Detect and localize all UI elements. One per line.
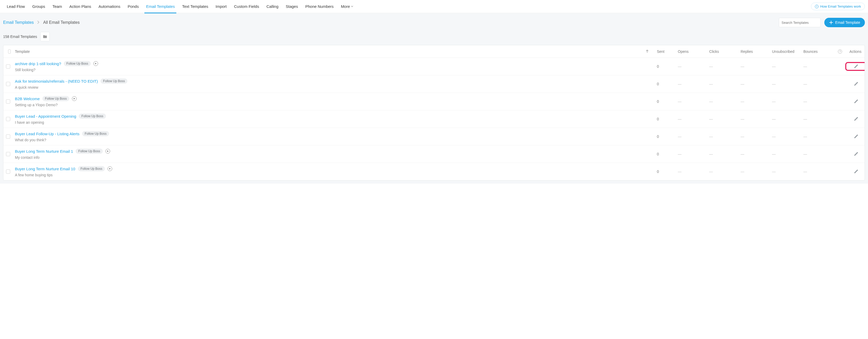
templates-table: Template Sent Opens Clicks Replies Unsub… xyxy=(3,45,865,181)
nav-item-label: Ponds xyxy=(128,4,139,9)
col-clicks[interactable]: Clicks xyxy=(709,50,719,54)
nav-item-label: Phone Numbers xyxy=(305,4,334,9)
col-sent[interactable]: Sent xyxy=(657,50,664,54)
template-link[interactable]: Buyer Long Term Nurture Email 10 xyxy=(15,166,75,171)
cell-opens: — xyxy=(676,117,707,121)
template-subtitle: What do you think? xyxy=(15,138,653,142)
cell-bounces: — xyxy=(801,134,833,138)
nav-item-automations[interactable]: Automations xyxy=(95,0,124,13)
search-box[interactable] xyxy=(779,18,820,27)
cell-clicks: — xyxy=(707,152,739,156)
edit-button[interactable] xyxy=(847,117,865,121)
col-bounces[interactable]: Bounces xyxy=(803,50,817,54)
sort-asc-icon[interactable] xyxy=(646,50,649,54)
template-subtitle: My contact info xyxy=(15,155,653,160)
row-checkbox[interactable] xyxy=(6,117,10,121)
table-row: Buyer Lead - Appointment OpeningFollow U… xyxy=(3,111,865,128)
edit-button[interactable] xyxy=(847,99,865,104)
template-link[interactable]: archive drip 1-still looking? xyxy=(15,61,61,66)
help-column-icon[interactable]: ? xyxy=(838,50,842,54)
info-icon: i xyxy=(815,5,818,8)
add-email-template-button[interactable]: Email Template xyxy=(824,18,865,27)
cell-opens: — xyxy=(676,64,707,68)
breadcrumb-row: Email Templates All Email Templates Emai… xyxy=(3,18,865,27)
nav-item-ponds[interactable]: Ponds xyxy=(124,0,143,13)
help-button-label: How Email Templates work xyxy=(820,4,861,8)
nav-item-team[interactable]: Team xyxy=(49,0,66,13)
nav-item-custom-fields[interactable]: Custom Fields xyxy=(230,0,263,13)
cell-opens: — xyxy=(676,99,707,103)
template-link[interactable]: Ask for testimonials/referrals - (NEED T… xyxy=(15,79,98,84)
cell-sent: 0 xyxy=(655,82,676,86)
template-subtitle: Setting up a Ylopo Demo? xyxy=(15,103,653,107)
nav-item-label: Lead Flow xyxy=(7,4,25,9)
cell-opens: — xyxy=(676,82,707,86)
cell-replies: — xyxy=(739,64,770,68)
edit-button[interactable] xyxy=(847,64,865,69)
col-unsubscribed[interactable]: Unsubscribed xyxy=(772,50,795,54)
edit-button[interactable] xyxy=(847,152,865,156)
play-icon[interactable] xyxy=(107,166,112,171)
play-icon[interactable] xyxy=(93,61,98,66)
edit-button[interactable] xyxy=(847,169,865,174)
nav-item-import[interactable]: Import xyxy=(212,0,230,13)
breadcrumb-root[interactable]: Email Templates xyxy=(3,20,34,25)
nav-item-lead-flow[interactable]: Lead Flow xyxy=(3,0,29,13)
template-subtitle: I have an opening xyxy=(15,120,653,124)
top-nav: Lead FlowGroupsTeamAction PlansAutomatio… xyxy=(0,0,868,13)
table-header: Template Sent Opens Clicks Replies Unsub… xyxy=(3,45,865,58)
template-cell: Ask for testimonials/referrals - (NEED T… xyxy=(13,78,655,90)
edit-button[interactable] xyxy=(847,82,865,86)
nav-item-more[interactable]: More xyxy=(337,0,356,13)
cell-sent: 0 xyxy=(655,134,676,138)
nav-item-groups[interactable]: Groups xyxy=(29,0,49,13)
row-checkbox[interactable] xyxy=(6,134,10,138)
row-checkbox[interactable] xyxy=(6,152,10,156)
cell-sent: 0 xyxy=(655,99,676,103)
template-link[interactable]: Buyer Long Term Nurture Email 1 xyxy=(15,149,73,154)
table-row: Buyer Long Term Nurture Email 10Follow U… xyxy=(3,163,865,180)
template-link[interactable]: Buyer Lead - Appointment Opening xyxy=(15,114,76,119)
cell-bounces: — xyxy=(801,82,833,86)
plus-icon xyxy=(829,21,833,25)
folder-button[interactable] xyxy=(40,32,50,41)
edit-button[interactable] xyxy=(847,134,865,139)
cell-replies: — xyxy=(739,117,770,121)
nav-item-email-templates[interactable]: Email Templates xyxy=(142,0,178,13)
nav-item-action-plans[interactable]: Action Plans xyxy=(66,0,95,13)
template-cell: archive drip 1-still looking?Follow Up B… xyxy=(13,60,655,72)
template-link[interactable]: Buyer Lead Follow-Up - Listing Alerts xyxy=(15,131,80,136)
nav-item-stages[interactable]: Stages xyxy=(282,0,302,13)
cell-bounces: — xyxy=(801,64,833,68)
col-opens[interactable]: Opens xyxy=(678,50,688,54)
template-link[interactable]: B2B Welcome xyxy=(15,96,40,101)
row-checkbox[interactable] xyxy=(6,170,10,174)
col-template[interactable]: Template xyxy=(15,50,30,54)
row-checkbox[interactable] xyxy=(6,64,10,68)
cell-clicks: — xyxy=(707,99,739,103)
cell-bounces: — xyxy=(801,170,833,174)
cell-unsub: — xyxy=(770,134,801,138)
row-checkbox[interactable] xyxy=(6,99,10,103)
play-icon[interactable] xyxy=(72,96,76,101)
template-tag: Follow Up Boss xyxy=(100,79,127,84)
nav-item-label: Calling xyxy=(266,4,278,9)
nav-item-label: Team xyxy=(52,4,62,9)
cell-clicks: — xyxy=(707,64,739,68)
search-input[interactable] xyxy=(782,21,826,25)
how-templates-work-button[interactable]: iHow Email Templates work xyxy=(811,3,865,10)
cell-sent: 0 xyxy=(655,170,676,174)
cell-unsub: — xyxy=(770,117,801,121)
select-all-checkbox[interactable] xyxy=(8,50,11,54)
cell-opens: — xyxy=(676,134,707,138)
play-icon[interactable] xyxy=(105,149,110,154)
cell-opens: — xyxy=(676,152,707,156)
count-row: 158 Email Templates xyxy=(3,32,865,41)
row-checkbox[interactable] xyxy=(6,82,10,86)
nav-item-label: Text Templates xyxy=(182,4,208,9)
nav-item-phone-numbers[interactable]: Phone Numbers xyxy=(302,0,337,13)
template-tag: Follow Up Boss xyxy=(64,61,91,66)
col-replies[interactable]: Replies xyxy=(741,50,753,54)
nav-item-calling[interactable]: Calling xyxy=(262,0,282,13)
nav-item-text-templates[interactable]: Text Templates xyxy=(178,0,212,13)
